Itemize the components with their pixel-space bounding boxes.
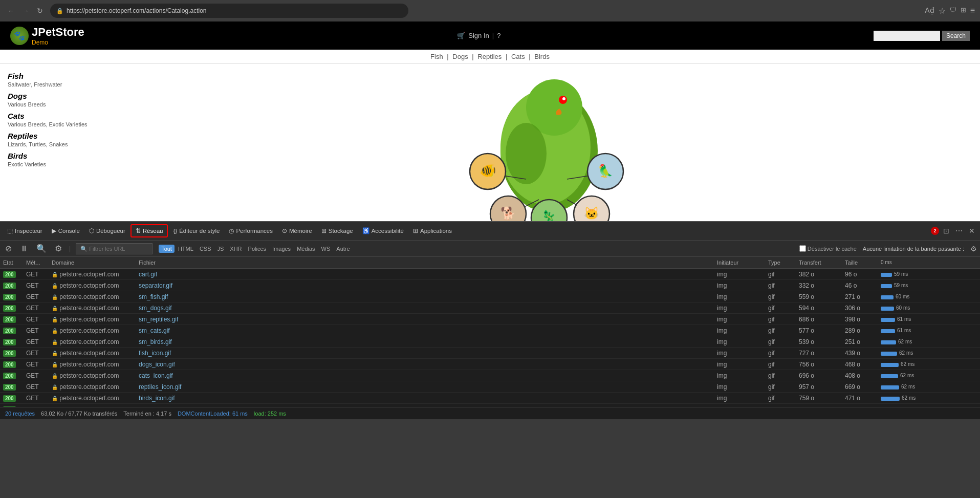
row-status: 200 [0, 337, 23, 347]
shield-icon[interactable]: 🛡 [950, 6, 956, 16]
filter-ws[interactable]: WS [319, 245, 333, 253]
bookmark-icon[interactable]: ☆ [939, 6, 946, 16]
bandwidth-limit: Aucune limitation de la bande passante : [860, 245, 967, 253]
sidebar-birds-title: Birds [8, 151, 105, 160]
filter-css[interactable]: CSS [197, 245, 214, 253]
disable-cache-checkbox[interactable] [799, 245, 806, 252]
row-file: separator.gif [136, 281, 714, 290]
nav-dogs[interactable]: Dogs [452, 53, 468, 60]
search-input[interactable] [874, 31, 940, 41]
nav-cats[interactable]: Cats [511, 53, 525, 60]
filter-html[interactable]: HTML [176, 245, 196, 253]
tab-storage[interactable]: ⊞ Stockage [317, 225, 357, 236]
tab-memory[interactable]: ⊙ Mémoire [278, 225, 316, 236]
tab-console[interactable]: ▶ Console [48, 225, 84, 236]
sidebar-dogs-title: Dogs [8, 92, 105, 100]
tab-debugger[interactable]: ⬡ Débogueur [85, 225, 129, 236]
row-waterfall: 62 ms [878, 372, 980, 379]
table-row[interactable]: 200 GET 🔒 petstore.octoperf.com sm_cats.… [0, 325, 980, 336]
menu-icon[interactable]: ≡ [970, 6, 975, 16]
search-button[interactable]: Search [942, 31, 970, 41]
sign-in-link[interactable]: Sign In [468, 32, 489, 39]
table-row[interactable]: 200 GET 🔒 petstore.octoperf.com sm_repti… [0, 314, 980, 325]
filter-other[interactable]: Autre [334, 245, 352, 253]
table-row[interactable]: 200 GET 🔒 petstore.octoperf.com fish_ico… [0, 348, 980, 359]
address-bar[interactable]: 🔒 https://petstore.octoperf.com/actions/… [50, 4, 408, 18]
filter-media[interactable]: Médias [294, 245, 317, 253]
row-domain: 🔒 petstore.octoperf.com [49, 382, 136, 392]
console-icon: ▶ [52, 227, 56, 234]
nav-fish[interactable]: Fish [430, 53, 443, 60]
row-type: gif [765, 292, 796, 301]
table-row[interactable]: 200 GET 🔒 petstore.octoperf.com dogs_ico… [0, 359, 980, 370]
row-status: 200 [0, 405, 23, 407]
pause-button[interactable]: ⏸ [18, 243, 30, 254]
row-initiator: img [714, 326, 765, 335]
forward-button[interactable]: → [19, 5, 32, 17]
row-waterfall: 62 ms [878, 405, 980, 407]
filter-js[interactable]: JS [215, 245, 227, 253]
zoom-in-button[interactable]: 🔍 [34, 243, 49, 254]
table-row[interactable]: 200 GET 🔒 petstore.octoperf.com sm_fish.… [0, 291, 980, 302]
svg-text:🦜: 🦜 [598, 163, 613, 178]
row-domain: 🔒 petstore.octoperf.com [49, 360, 136, 369]
bandwidth-gear-button[interactable]: ⚙ [970, 245, 977, 253]
pet-sidebar: Fish Saltwater, Freshwater Dogs Various … [0, 64, 113, 221]
row-transfer: 594 o [796, 304, 842, 313]
tab-accessibility[interactable]: ♿ Accessibilité [358, 225, 408, 236]
filter-all[interactable]: Tout [159, 245, 175, 253]
translate-icon[interactable]: A₫ [925, 6, 934, 16]
tab-inspector[interactable]: ⬚ Inspecteur [3, 225, 47, 236]
row-method: GET [23, 326, 49, 335]
settings-button[interactable]: ⚙ [53, 243, 64, 254]
row-status: 200 [0, 394, 23, 403]
help-link[interactable]: ? [497, 32, 500, 39]
filter-images[interactable]: Images [270, 245, 293, 253]
table-row[interactable]: 200 GET 🔒 petstore.octoperf.com sm_dogs.… [0, 302, 980, 314]
row-transfer: 696 o [796, 371, 842, 380]
table-row[interactable]: 200 GET 🔒 petstore.octoperf.com reptiles… [0, 381, 980, 393]
row-waterfall: 62 ms [878, 383, 980, 391]
style-editor-icon: {} [173, 228, 177, 234]
extensions-icon[interactable]: ⊞ [961, 6, 966, 16]
row-method: GET [23, 337, 49, 347]
status-bar: 20 requêtes 63,02 Ko / 67,77 Ko transfér… [0, 407, 980, 419]
table-row[interactable]: 200 GET 🔒 petstore.octoperf.com cats_ico… [0, 370, 980, 381]
row-method: GET [23, 281, 49, 290]
table-row[interactable]: 200 GET 🔒 petstore.octoperf.com splash.g… [0, 404, 980, 407]
tab-performance[interactable]: ◷ Performances [225, 225, 277, 236]
logo-icon: 🐾 [10, 27, 29, 45]
back-button[interactable]: ← [5, 5, 17, 17]
tab-style-editor[interactable]: {} Éditeur de style [169, 226, 224, 236]
row-transfer: 759 o [796, 394, 842, 403]
row-status: 200 [0, 281, 23, 290]
tab-applications[interactable]: ⊞ Applications [409, 225, 456, 236]
nav-birds[interactable]: Birds [534, 53, 550, 60]
clear-button[interactable]: ⊘ [3, 243, 14, 254]
dom-content-loaded: DOMContentLoaded: 61 ms [178, 410, 248, 417]
devtools-more-button[interactable]: ⋯ [953, 225, 965, 237]
sidebar-dogs-desc: Various Breeds [8, 101, 105, 107]
network-rows: 200 GET 🔒 petstore.octoperf.com cart.gif… [0, 269, 980, 407]
row-waterfall: 60 ms [878, 304, 980, 312]
network-icon: ⇅ [136, 227, 141, 234]
accessibility-icon: ♿ [362, 227, 369, 234]
filter-input[interactable] [76, 243, 153, 254]
row-file: birds_icon.gif [136, 394, 714, 403]
filter-xhr[interactable]: XHR [227, 245, 244, 253]
filter-fonts[interactable]: Polices [246, 245, 269, 253]
nav-reptiles[interactable]: Reptiles [477, 53, 502, 60]
table-row[interactable]: 200 GET 🔒 petstore.octoperf.com birds_ic… [0, 393, 980, 404]
petstore-logo: 🐾 JPetStore Demo [10, 26, 84, 46]
row-initiator: img [714, 360, 765, 369]
devtools-content: Etat Mét... Domaine Fichier Initiateur T… [0, 257, 980, 407]
table-row[interactable]: 200 GET 🔒 petstore.octoperf.com separato… [0, 280, 980, 291]
refresh-button[interactable]: ↻ [34, 5, 46, 17]
table-row[interactable]: 200 GET 🔒 petstore.octoperf.com cart.gif… [0, 269, 980, 280]
devtools-close-button[interactable]: ✕ [967, 225, 977, 237]
cart-icon[interactable]: 🛒 [457, 32, 465, 39]
devtools-dock-button[interactable]: ⊡ [941, 225, 951, 237]
tab-network[interactable]: ⇅ Réseau [130, 224, 168, 237]
disable-cache-label[interactable]: Désactiver le cache [799, 245, 857, 252]
table-row[interactable]: 200 GET 🔒 petstore.octoperf.com sm_birds… [0, 336, 980, 348]
